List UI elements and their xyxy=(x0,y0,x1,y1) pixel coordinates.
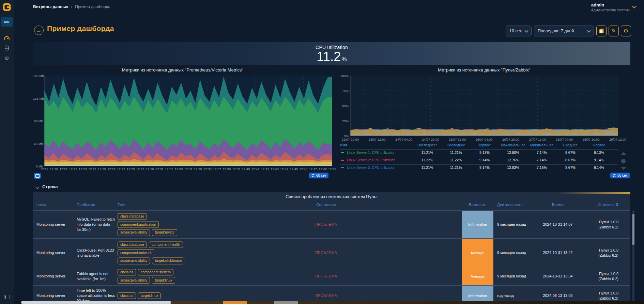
x-tick-label: 12:24 xyxy=(88,167,96,171)
tag-pill[interactable]: class:database xyxy=(118,241,147,248)
legend-scroll-down-icon[interactable] xyxy=(621,167,626,170)
tag-pill[interactable]: target:linux xyxy=(138,292,161,299)
cell-duration: 9 месяцев назад xyxy=(497,250,538,255)
scrollbar-thumb[interactable] xyxy=(632,214,634,245)
x-tick-label: 12:45 xyxy=(290,167,298,171)
line-chart[interactable] xyxy=(350,76,618,136)
sidebar-item-datasources[interactable] xyxy=(4,46,10,52)
cpu-value: 11.2 xyxy=(317,50,341,63)
x-tick-label: 29/07 12:00 xyxy=(609,138,626,141)
chevron-down-icon xyxy=(524,29,528,32)
tag-line: component:network xyxy=(118,250,184,256)
legend-series-name[interactable]: Linux Server 3: CPU utilization xyxy=(347,165,395,170)
user-name: admin xyxy=(591,2,630,7)
cell-problem: ClickHouse: Port 8123 is unavailable xyxy=(77,247,115,258)
x-tick-label: 12:19 xyxy=(40,167,48,171)
legend-scroll-dot-icon[interactable] xyxy=(621,159,626,163)
x-tick-label: 12:31 xyxy=(155,167,164,171)
series-swatch xyxy=(341,167,344,168)
legend-column-header: Среднее xyxy=(556,143,585,147)
legend-column-header: Минимальное xyxy=(527,143,556,147)
legend-scroll-up-icon[interactable] xyxy=(621,152,626,155)
x-tick-label: 12:41 xyxy=(251,167,260,171)
dashboard-settings-button[interactable]: ⚙ xyxy=(621,26,631,36)
column-header-источник[interactable]: Источник⇅ xyxy=(575,203,618,207)
refresh-interval-select[interactable]: 10 сек xyxy=(506,26,532,36)
sidebar-item-mo[interactable]: МО xyxy=(1,17,13,27)
tag-pill[interactable]: component:network xyxy=(118,250,154,256)
horizontal-scrollbar[interactable] xyxy=(14,301,644,304)
refresh-countdown-badge[interactable]: 60 сек xyxy=(309,173,328,178)
x-tick-label: 12:36 xyxy=(203,167,212,171)
y-tick-label: 100% xyxy=(337,74,349,78)
tag-pill[interactable]: target:mysql xyxy=(152,229,177,236)
x-tick-label: 28/07 04:00 xyxy=(556,138,573,141)
column-header-hosts[interactable]: hosts xyxy=(36,203,74,207)
tag-pill[interactable]: component:application xyxy=(118,221,159,228)
table-vertical-scrollbar[interactable] xyxy=(632,210,634,302)
chevron-down-icon[interactable] xyxy=(35,185,39,189)
tag-pill[interactable]: class:os xyxy=(118,269,136,276)
strip-orange-segment xyxy=(223,301,247,304)
refresh-countdown-badge[interactable]: 60 сек xyxy=(610,173,630,178)
cell-state: ПРОБЛЕМА xyxy=(306,222,347,227)
cell-time: 2024-10-31 13:34 xyxy=(534,274,582,279)
calendar-icon[interactable] xyxy=(34,173,41,179)
x-tick-label: 23/07 12:00 xyxy=(368,138,385,141)
tag-pill[interactable]: target:clickhouse xyxy=(152,257,184,264)
stacked-area-chart[interactable] xyxy=(44,76,332,166)
tag-pill[interactable]: target:linux xyxy=(152,277,175,284)
edit-dashboard-button[interactable]: ✎ xyxy=(609,26,619,36)
column-header-проблема[interactable]: Проблема xyxy=(77,203,115,207)
y-tick-label: 135 Mb xyxy=(33,97,43,100)
x-tick-label: 12:49 xyxy=(328,167,336,171)
chevron-down-icon[interactable] xyxy=(632,4,637,9)
cell-duration: 9 месяцев назад xyxy=(497,274,538,279)
column-header-важность[interactable]: Важность xyxy=(462,203,493,207)
tag-pill[interactable]: class:os xyxy=(118,292,136,299)
x-tick-label: 12:22 xyxy=(69,167,77,171)
column-header-время[interactable]: Время xyxy=(534,203,582,207)
y-tick-label: 180 Mb xyxy=(33,74,43,78)
copy-dashboard-button[interactable] xyxy=(596,26,607,36)
tag-line: class:ostarget:linux xyxy=(118,292,161,299)
cell-state: ПРОБЛЕМА xyxy=(306,293,347,298)
cell-host: Monitoring server xyxy=(36,222,74,227)
tag-pill[interactable]: component:system xyxy=(138,269,173,276)
legend-separator xyxy=(340,157,618,157)
x-tick-label: 27/07 12:00 xyxy=(529,138,546,141)
tag-pill[interactable]: scope:availability xyxy=(118,229,150,236)
gear-icon: ⚙ xyxy=(624,28,628,34)
app-logo-icon[interactable] xyxy=(2,2,12,12)
x-tick-label: 26/07 20:00 xyxy=(502,138,519,141)
tag-pill[interactable]: scope:availability xyxy=(118,277,150,284)
column-header-теги[interactable]: Теги xyxy=(118,203,220,207)
gear-icon: ⚙ xyxy=(4,55,9,62)
time-range-select[interactable]: Последние 7 дней xyxy=(534,26,594,36)
x-tick-label: 12:26 xyxy=(107,167,116,171)
tag-pill[interactable]: scope:availability xyxy=(118,257,150,264)
x-tick-label: 12:42 xyxy=(261,167,269,171)
source-line: Пульт 1.0.0 xyxy=(575,247,618,253)
legend-value: 9.13% xyxy=(470,150,499,155)
cell-time: 2024-10-31 13:42 xyxy=(534,250,582,255)
scrollbar-thumb[interactable] xyxy=(21,301,171,304)
breadcrumb-data-marts[interactable]: Витрины данных xyxy=(33,4,68,9)
legend-value: 11.22% xyxy=(442,158,470,162)
back-button[interactable]: ← xyxy=(34,26,44,35)
legend-separator xyxy=(340,149,618,150)
sidebar-item-settings[interactable]: ⚙ xyxy=(4,55,10,61)
sidebar-item-dashboards[interactable] xyxy=(4,36,10,42)
column-header-длительность[interactable]: Длительность xyxy=(497,203,538,207)
user-menu[interactable]: admin Администратор системы xyxy=(591,2,630,12)
tag-pill[interactable]: component:health xyxy=(149,241,183,248)
problems-table-title: Список проблем из нескольких систем Пуль… xyxy=(33,194,630,199)
tag-pill[interactable]: class:database xyxy=(118,213,147,220)
y-tick-label: 45 Mb xyxy=(33,142,43,146)
legend-series-name[interactable]: Linux Server 1: CPU utilization xyxy=(347,150,395,155)
column-header-состояние[interactable]: Состояние xyxy=(306,203,347,207)
legend-series-name[interactable]: Linux Server 2: CPU utilization xyxy=(347,158,395,162)
sidebar-collapse-icon[interactable] xyxy=(4,295,10,299)
tag-line: scope:availabilitytarget:linux xyxy=(118,277,175,284)
sort-icon[interactable]: ⇅ xyxy=(615,203,618,207)
